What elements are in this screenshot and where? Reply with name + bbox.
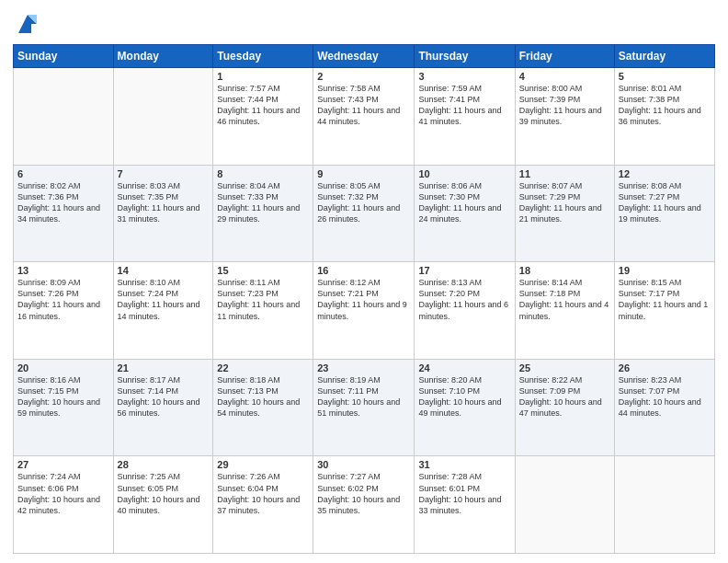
calendar-week-row: 6Sunrise: 8:02 AM Sunset: 7:36 PM Daylig…	[14, 165, 715, 262]
day-number: 31	[418, 459, 510, 470]
day-number: 7	[118, 168, 210, 179]
weekday-header-row: SundayMondayTuesdayWednesdayThursdayFrid…	[14, 45, 715, 68]
calendar-cell: 25Sunrise: 8:22 AM Sunset: 7:09 PM Dayli…	[515, 359, 614, 456]
weekday-header: Friday	[515, 45, 614, 68]
day-info: Sunrise: 8:01 AM Sunset: 7:38 PM Dayligh…	[619, 83, 711, 128]
day-info: Sunrise: 8:06 AM Sunset: 7:30 PM Dayligh…	[418, 180, 510, 225]
day-info: Sunrise: 8:23 AM Sunset: 7:07 PM Dayligh…	[619, 374, 711, 419]
calendar-cell: 3Sunrise: 7:59 AM Sunset: 7:41 PM Daylig…	[415, 68, 515, 166]
day-info: Sunrise: 8:10 AM Sunset: 7:24 PM Dayligh…	[118, 277, 210, 322]
day-info: Sunrise: 8:14 AM Sunset: 7:18 PM Dayligh…	[519, 277, 610, 322]
weekday-header: Thursday	[415, 45, 515, 68]
day-info: Sunrise: 8:00 AM Sunset: 7:39 PM Dayligh…	[519, 83, 610, 128]
calendar-cell: 12Sunrise: 8:08 AM Sunset: 7:27 PM Dayli…	[614, 165, 714, 262]
day-info: Sunrise: 8:09 AM Sunset: 7:26 PM Dayligh…	[17, 277, 109, 322]
day-info: Sunrise: 8:16 AM Sunset: 7:15 PM Dayligh…	[17, 374, 109, 419]
day-number: 29	[217, 459, 309, 470]
calendar-cell: 22Sunrise: 8:18 AM Sunset: 7:13 PM Dayli…	[213, 359, 313, 456]
day-number: 3	[418, 71, 510, 82]
day-info: Sunrise: 8:22 AM Sunset: 7:09 PM Dayligh…	[519, 374, 610, 419]
calendar-cell: 15Sunrise: 8:11 AM Sunset: 7:23 PM Dayli…	[213, 262, 313, 360]
day-number: 15	[217, 265, 309, 276]
day-info: Sunrise: 7:59 AM Sunset: 7:41 PM Dayligh…	[418, 83, 510, 128]
weekday-header: Wednesday	[313, 45, 415, 68]
day-info: Sunrise: 7:27 AM Sunset: 6:02 PM Dayligh…	[317, 471, 410, 516]
day-info: Sunrise: 7:24 AM Sunset: 6:06 PM Dayligh…	[17, 471, 109, 516]
calendar-cell: 11Sunrise: 8:07 AM Sunset: 7:29 PM Dayli…	[515, 165, 614, 262]
day-number: 26	[619, 362, 711, 373]
day-number: 5	[619, 71, 711, 82]
day-number: 14	[118, 265, 210, 276]
day-number: 19	[619, 265, 711, 276]
calendar-week-row: 20Sunrise: 8:16 AM Sunset: 7:15 PM Dayli…	[14, 359, 715, 456]
day-number: 24	[418, 362, 510, 373]
calendar-cell: 6Sunrise: 8:02 AM Sunset: 7:36 PM Daylig…	[14, 165, 114, 262]
day-number: 16	[317, 265, 410, 276]
day-info: Sunrise: 8:17 AM Sunset: 7:14 PM Dayligh…	[118, 374, 210, 419]
calendar-cell: 4Sunrise: 8:00 AM Sunset: 7:39 PM Daylig…	[515, 68, 614, 166]
calendar-cell: 31Sunrise: 7:28 AM Sunset: 6:01 PM Dayli…	[415, 456, 515, 554]
calendar-cell: 18Sunrise: 8:14 AM Sunset: 7:18 PM Dayli…	[515, 262, 614, 360]
day-number: 28	[118, 459, 210, 470]
day-info: Sunrise: 8:05 AM Sunset: 7:32 PM Dayligh…	[317, 180, 410, 225]
calendar-week-row: 13Sunrise: 8:09 AM Sunset: 7:26 PM Dayli…	[14, 262, 715, 360]
day-info: Sunrise: 8:15 AM Sunset: 7:17 PM Dayligh…	[619, 277, 711, 322]
calendar-cell: 10Sunrise: 8:06 AM Sunset: 7:30 PM Dayli…	[415, 165, 515, 262]
calendar-cell: 26Sunrise: 8:23 AM Sunset: 7:07 PM Dayli…	[614, 359, 714, 456]
day-info: Sunrise: 8:19 AM Sunset: 7:11 PM Dayligh…	[317, 374, 410, 419]
calendar-cell	[113, 68, 213, 166]
calendar-cell	[515, 456, 614, 554]
day-number: 21	[118, 362, 210, 373]
page: SundayMondayTuesdayWednesdayThursdayFrid…	[0, 0, 728, 563]
calendar-cell: 1Sunrise: 7:57 AM Sunset: 7:44 PM Daylig…	[213, 68, 313, 166]
calendar-cell: 24Sunrise: 8:20 AM Sunset: 7:10 PM Dayli…	[415, 359, 515, 456]
day-number: 8	[217, 168, 309, 179]
day-info: Sunrise: 7:26 AM Sunset: 6:04 PM Dayligh…	[217, 471, 309, 516]
calendar-cell: 5Sunrise: 8:01 AM Sunset: 7:38 PM Daylig…	[614, 68, 714, 166]
calendar-cell: 28Sunrise: 7:25 AM Sunset: 6:05 PM Dayli…	[113, 456, 213, 554]
calendar-cell: 7Sunrise: 8:03 AM Sunset: 7:35 PM Daylig…	[113, 165, 213, 262]
calendar-cell: 23Sunrise: 8:19 AM Sunset: 7:11 PM Dayli…	[313, 359, 415, 456]
day-info: Sunrise: 7:57 AM Sunset: 7:44 PM Dayligh…	[217, 83, 309, 128]
day-number: 13	[17, 265, 109, 276]
day-number: 9	[317, 168, 410, 179]
calendar-cell	[614, 456, 714, 554]
calendar-week-row: 1Sunrise: 7:57 AM Sunset: 7:44 PM Daylig…	[14, 68, 715, 166]
day-info: Sunrise: 8:12 AM Sunset: 7:21 PM Dayligh…	[317, 277, 410, 322]
day-number: 4	[519, 71, 610, 82]
day-number: 22	[217, 362, 309, 373]
day-number: 10	[418, 168, 510, 179]
day-info: Sunrise: 8:13 AM Sunset: 7:20 PM Dayligh…	[418, 277, 510, 322]
day-info: Sunrise: 8:08 AM Sunset: 7:27 PM Dayligh…	[619, 180, 711, 225]
logo	[13, 13, 40, 37]
calendar-cell: 16Sunrise: 8:12 AM Sunset: 7:21 PM Dayli…	[313, 262, 415, 360]
calendar-cell: 13Sunrise: 8:09 AM Sunset: 7:26 PM Dayli…	[14, 262, 114, 360]
calendar-cell: 20Sunrise: 8:16 AM Sunset: 7:15 PM Dayli…	[14, 359, 114, 456]
day-info: Sunrise: 7:28 AM Sunset: 6:01 PM Dayligh…	[418, 471, 510, 516]
calendar-cell: 27Sunrise: 7:24 AM Sunset: 6:06 PM Dayli…	[14, 456, 114, 554]
day-number: 1	[217, 71, 309, 82]
weekday-header: Monday	[113, 45, 213, 68]
calendar-cell: 29Sunrise: 7:26 AM Sunset: 6:04 PM Dayli…	[213, 456, 313, 554]
day-number: 23	[317, 362, 410, 373]
weekday-header: Tuesday	[213, 45, 313, 68]
calendar-week-row: 27Sunrise: 7:24 AM Sunset: 6:06 PM Dayli…	[14, 456, 715, 554]
day-info: Sunrise: 8:20 AM Sunset: 7:10 PM Dayligh…	[418, 374, 510, 419]
calendar-cell: 2Sunrise: 7:58 AM Sunset: 7:43 PM Daylig…	[313, 68, 415, 166]
day-number: 27	[17, 459, 109, 470]
day-number: 6	[17, 168, 109, 179]
day-number: 2	[317, 71, 410, 82]
day-info: Sunrise: 8:02 AM Sunset: 7:36 PM Dayligh…	[17, 180, 109, 225]
day-number: 18	[519, 265, 610, 276]
calendar-cell: 17Sunrise: 8:13 AM Sunset: 7:20 PM Dayli…	[415, 262, 515, 360]
day-number: 17	[418, 265, 510, 276]
day-number: 20	[17, 362, 109, 373]
day-number: 30	[317, 459, 410, 470]
day-info: Sunrise: 7:58 AM Sunset: 7:43 PM Dayligh…	[317, 83, 410, 128]
calendar-cell	[14, 68, 114, 166]
header	[13, 9, 715, 37]
weekday-header: Sunday	[14, 45, 114, 68]
calendar-cell: 14Sunrise: 8:10 AM Sunset: 7:24 PM Dayli…	[113, 262, 213, 360]
calendar: SundayMondayTuesdayWednesdayThursdayFrid…	[13, 44, 715, 554]
calendar-cell: 8Sunrise: 8:04 AM Sunset: 7:33 PM Daylig…	[213, 165, 313, 262]
